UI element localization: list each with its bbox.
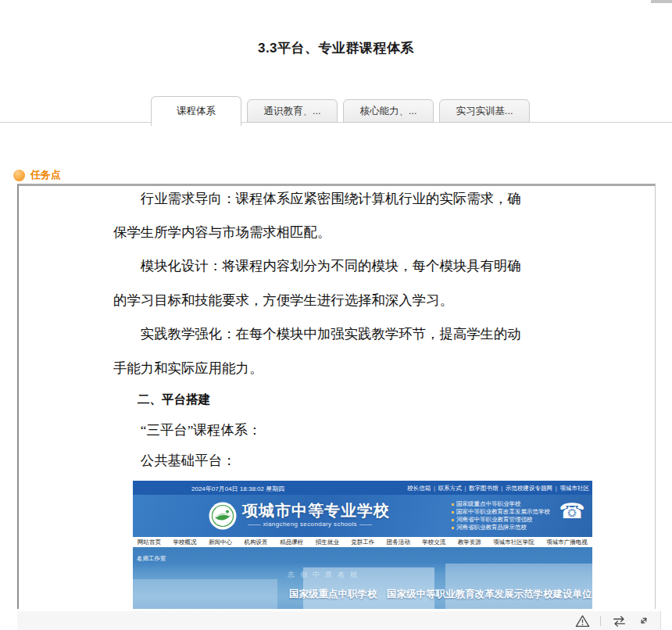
- site-nav: 网站首页学校概况新闻中心机构设置精品课程招生就业党群工作团务活动学校交流教学资源…: [133, 537, 592, 547]
- site-topbar-link: 联系方式: [438, 485, 469, 492]
- document-text: 行业需求导向：课程体系应紧密围绕计算机行业的实际需求，确保学生所学内容与市场需求…: [113, 184, 570, 475]
- task-point-label: 任务点: [30, 168, 61, 182]
- doc-line: 手能力和实际应用能力。: [113, 351, 570, 385]
- banner-corner-label: 名师工作室: [137, 555, 166, 563]
- tab[interactable]: 课程体系: [151, 96, 241, 126]
- site-datetime: 2024年07月04日 18:38:02 星期四: [191, 485, 284, 493]
- tab-bar: 课程体系通识教育、...核心能力、...实习实训基...: [151, 96, 530, 126]
- telephone-icon: ☎: [559, 501, 585, 522]
- site-banner: 名师工作室 志创中原名校 国家级重点中职学校 国家级中等职业教育改革发展示范学校…: [133, 547, 592, 609]
- school-accolades: 国家级重点中等职业学校 国家中等职业教育改革发展示范学校 河南省中等职业教育管理…: [452, 500, 550, 532]
- site-nav-item: 学校概况: [173, 539, 197, 546]
- tab[interactable]: 实习实训基...: [439, 99, 530, 123]
- accolade-text: 国家中等职业教育改革发展示范学校: [456, 508, 550, 516]
- doc-line: 保学生所学内容与市场需求相匹配。: [113, 215, 570, 249]
- banner-building-shape: [133, 579, 277, 609]
- embedded-website-screenshot: 2024年07月04日 18:38:02 星期四 校长信箱联系方式数字图书馆示范…: [133, 481, 592, 609]
- doc-line: “三平台”课程体系：: [113, 415, 570, 446]
- bullet-icon: [452, 511, 454, 514]
- document-viewer: 行业需求导向：课程体系应紧密围绕计算机行业的实际需求，确保学生所学内容与市场需求…: [17, 184, 656, 609]
- accolade-text: 河南省中等职业教育管理强校: [456, 516, 533, 524]
- doc-line: 的学习目标和技能要求，方便学生进行选择和深入学习。: [113, 283, 570, 317]
- accolade-text: 国家级重点中等职业学校: [456, 500, 521, 508]
- bullet-icon: [452, 503, 454, 506]
- site-nav-item: 机构设置: [245, 539, 268, 546]
- bullet-icon: [452, 519, 454, 521]
- accolade-row: 国家中等职业教育改革发展示范学校: [452, 508, 550, 516]
- site-nav-item: 项城市广播电视: [546, 539, 588, 546]
- banner-building-shape: [445, 564, 592, 609]
- doc-line: 行业需求导向：课程体系应紧密围绕计算机行业的实际需求，确: [113, 184, 570, 215]
- site-nav-item: 项城市社区学院: [493, 539, 534, 546]
- school-name: 项城市中等专业学校: [242, 500, 390, 521]
- site-topbar-links: 校长信箱联系方式数字图书馆示范校建设专题网项城市社区: [407, 485, 589, 492]
- bullet-icon: [452, 527, 454, 529]
- task-point: 任务点: [13, 168, 61, 182]
- site-topbar: 2024年07月04日 18:38:02 星期四 校长信箱联系方式数字图书馆示范…: [133, 481, 592, 495]
- school-logo-icon: [209, 502, 237, 530]
- warning-icon[interactable]: [575, 614, 590, 628]
- fullscreen-expand-icon[interactable]: [638, 614, 650, 627]
- site-topbar-link: 示范校建设专题网: [506, 485, 559, 492]
- banner-caption: 国家级重点中职学校 国家级中等职业教育改革发展示范学校建设单位: [289, 588, 592, 601]
- doc-line: 公共基础平台：: [113, 445, 570, 475]
- task-point-dot-icon: [13, 170, 25, 181]
- scrollbar-fragment[interactable]: [651, 0, 672, 3]
- site-topbar-link: 项城市社区: [560, 485, 590, 492]
- accolade-row: 河南省中等职业教育管理强校: [452, 516, 550, 524]
- site-nav-item: 招生就业: [316, 539, 339, 546]
- banner-building-signage: 志创中原名校: [288, 570, 363, 580]
- accolade-row: 国家级重点中等职业学校: [452, 500, 550, 508]
- site-topbar-link: 校长信箱: [407, 485, 438, 492]
- site-nav-item: 团务活动: [387, 539, 410, 546]
- site-nav-item: 学校交流: [422, 539, 445, 546]
- school-name-english: —— xiangcheng secondary schools ——: [248, 521, 372, 528]
- site-header: 项城市中等专业学校 —— xiangcheng secondary school…: [133, 495, 592, 537]
- doc-line: 模块化设计：将课程内容划分为不同的模块，每个模块具有明确: [113, 249, 570, 283]
- tab[interactable]: 核心能力、...: [343, 99, 434, 123]
- accolade-row: 河南省职业教育品牌示范校: [452, 524, 550, 532]
- site-topbar-link: 数字图书馆: [469, 485, 506, 492]
- site-nav-item: 教学资源: [458, 539, 481, 546]
- page-title: 3.3平台、专业群课程体系: [0, 39, 672, 57]
- viewer-toolbar: [17, 611, 661, 630]
- doc-line: 实践教学强化：在每个模块中加强实践教学环节，提高学生的动: [113, 317, 570, 351]
- site-nav-item: 新闻中心: [209, 539, 232, 546]
- doc-line: 二、平台搭建: [113, 385, 570, 415]
- toolbar-divider: [600, 616, 601, 626]
- accolade-text: 河南省职业教育品牌示范校: [456, 524, 527, 532]
- swap-horizontal-icon[interactable]: [611, 614, 627, 628]
- site-nav-item: 网站首页: [138, 539, 161, 546]
- site-nav-item: 精品课程: [280, 539, 303, 546]
- site-nav-item: 党群工作: [351, 539, 374, 546]
- tab[interactable]: 通识教育、...: [247, 99, 338, 123]
